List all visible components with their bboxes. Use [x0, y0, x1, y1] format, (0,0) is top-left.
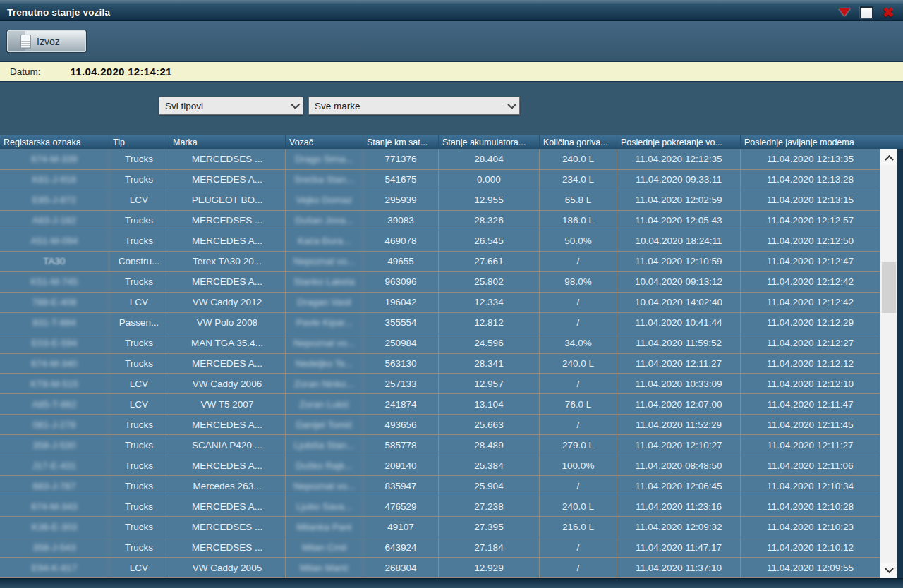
table-row[interactable]: A51-M-094TrucksMERCEDES A...Kaća Đura...… [0, 231, 880, 252]
cell-km: 39083 [363, 211, 439, 231]
cell-tip: Trucks [109, 170, 169, 190]
table-body-wrap: 674-M-339TrucksMERCEDSES ...Drago Sima..… [0, 149, 903, 578]
table-row[interactable]: K36-E-303TrucksMERCEDSES ...Milanka Pant… [0, 517, 880, 537]
vertical-scrollbar[interactable] [880, 149, 897, 578]
table-row[interactable]: KT8-M-515LCVVW Caddy 2006Zoran Ninko...2… [0, 374, 880, 394]
cell-modem: 11.04.2020 12:11:45 [741, 415, 880, 434]
cell-modem: 11.04.2020 12:11:06 [741, 455, 880, 475]
cell-tip: Trucks [109, 231, 169, 251]
table-row[interactable]: 674-M-343TrucksMERCEDES A...Ljubo Sava..… [0, 496, 880, 517]
export-button[interactable]: Izvoz [7, 30, 86, 52]
column-header-tip[interactable]: Tip [109, 135, 169, 149]
cell-vozac: Vejko Domaz [286, 190, 363, 210]
cell-aku: 12.334 [439, 293, 540, 312]
cell-modem: 11.04.2020 12:11:47 [741, 394, 880, 414]
cell-marka: MERCEDSES ... [169, 537, 286, 557]
cell-modem: 11.04.2020 12:10:12 [741, 537, 880, 557]
table-row[interactable]: K81-J-918TrucksMERCEDES A...Srećka Stan.… [0, 170, 880, 190]
cell-reg: 358-J-543 [0, 537, 109, 557]
table-row[interactable]: A85-T-862LCVVW T5 2007Zoran Lukić2418741… [0, 394, 880, 415]
cell-reg: E03-E-594 [0, 333, 109, 353]
column-header-reg[interactable]: Registarska oznaka [0, 135, 109, 149]
chevron-down-icon [507, 100, 516, 109]
cell-vozac: Nedeljko Te... [286, 354, 363, 374]
cell-pokretanje: 11.04.2020 12:07:00 [617, 394, 741, 414]
column-header-aku[interactable]: Stanje akumulatora... [439, 135, 540, 149]
cell-reg: K36-E-303 [0, 517, 109, 537]
cell-modem: 11.04.2020 12:13:28 [741, 170, 880, 190]
cell-gorivo: / [540, 476, 617, 496]
cell-reg: KT8-M-515 [0, 374, 109, 393]
cell-pokretanje: 11.04.2020 10:41:44 [617, 313, 741, 333]
brand-filter-dropdown[interactable]: Sve marke [308, 97, 520, 115]
table-row[interactable]: TA30Constru...Terex TA30 20...Nepoznat v… [0, 252, 880, 272]
cell-km: 209140 [363, 455, 439, 475]
toolbar: Izvoz [0, 21, 903, 62]
cell-modem: 11.04.2020 12:12:47 [741, 252, 880, 271]
table-row[interactable]: 831-T-884Passen...VW Polo 2008Pavle Kipa… [0, 313, 880, 333]
table-body: 674-M-339TrucksMERCEDSES ...Drago Sima..… [0, 149, 880, 578]
cell-marka: VW Polo 2008 [169, 313, 286, 333]
table-row[interactable]: 674-M-340TrucksMERCEDES A...Nedeljko Te.… [0, 354, 880, 374]
table-row[interactable]: 081-J-278TrucksMERCEDES A...Danijel Tomi… [0, 415, 880, 435]
cell-marka: MERCEDSES ... [169, 517, 286, 537]
cell-pokretanje: 11.04.2020 12:06:45 [617, 476, 741, 496]
column-header-modem[interactable]: Poslednje javljanje modema [741, 135, 880, 149]
cell-reg: E85-J-872 [0, 190, 109, 210]
minimize-icon[interactable] [837, 6, 852, 19]
table-row[interactable]: 674-M-339TrucksMERCEDSES ...Drago Sima..… [0, 149, 880, 170]
cell-vozac: Danijel Tomić [286, 415, 363, 434]
table-row[interactable]: E85-J-872LCVPEUGEOT BO...Vejko Domaz2959… [0, 190, 880, 211]
cell-km: 355554 [363, 313, 439, 333]
scroll-up-icon[interactable] [880, 149, 897, 165]
cell-marka: VW T5 2007 [169, 394, 286, 414]
table-row[interactable]: K51-M-745TrucksMERCEDES A...Stanko Laket… [0, 272, 880, 293]
cell-pokretanje: 11.04.2020 09:33:11 [617, 170, 741, 190]
table-row[interactable]: E94-K-817LCVVW Caddy 2005Milan Marić2683… [0, 558, 880, 578]
cell-tip: Trucks [109, 149, 169, 169]
table-row[interactable]: 788-E-408LCVVW Caddy 2012Dragan Vasil196… [0, 293, 880, 313]
cell-km: 469078 [363, 231, 439, 251]
cell-vozac: Ljubo Sava... [286, 496, 363, 516]
cell-tip: Trucks [109, 272, 169, 292]
cell-tip: Trucks [109, 455, 169, 475]
column-header-km[interactable]: Stanje km sat... [363, 135, 439, 149]
cell-pokretanje: 11.04.2020 11:59:52 [617, 333, 741, 353]
cell-gorivo: 76.0 L [540, 394, 617, 414]
cell-aku: 27.184 [439, 537, 540, 557]
type-filter-dropdown[interactable]: Svi tipovi [159, 97, 303, 115]
export-button-label: Izvoz [37, 36, 60, 47]
column-header-marka[interactable]: Marka [169, 135, 286, 149]
cell-marka: MERCEDES A... [169, 415, 286, 434]
table-row[interactable]: 358-J-530TrucksSCANIA P420 ...Ljubiša St… [0, 435, 880, 455]
cell-reg: E94-K-817 [0, 558, 109, 577]
cell-aku: 25.802 [439, 272, 540, 292]
scrollbar-thumb[interactable] [882, 262, 896, 313]
table-row[interactable]: J17-E-431TrucksMERCEDES A...Duško Rajk..… [0, 455, 880, 476]
column-header-pokretanje[interactable]: Poslednje pokretanje vo... [617, 135, 741, 149]
table-row[interactable]: E03-E-594TrucksMAN TGA 35.4...Nepoznat v… [0, 333, 880, 354]
table-row[interactable]: A83-J-182TrucksMERCEDSES ...Dušan Jova..… [0, 211, 880, 231]
cell-pokretanje: 11.04.2020 12:10:27 [617, 435, 741, 455]
cell-km: 295939 [363, 190, 439, 210]
cell-aku: 25.384 [439, 455, 540, 475]
cell-gorivo: 100.0% [540, 455, 617, 475]
cell-vozac: Duško Rajk... [286, 455, 363, 475]
scroll-down-icon[interactable] [880, 563, 897, 578]
cell-marka: MERCEDES A... [169, 455, 286, 475]
column-header-gorivo[interactable]: Količina goriva... [540, 135, 617, 149]
cell-aku: 25.663 [439, 415, 540, 434]
scrollbar-track[interactable] [880, 165, 897, 563]
close-icon[interactable]: ✖ [880, 6, 896, 19]
cell-modem: 11.04.2020 12:12:12 [741, 354, 880, 374]
table-row[interactable]: 358-J-543TrucksMERCEDSES ...Milan Cmil64… [0, 537, 880, 558]
restore-icon[interactable] [859, 6, 874, 19]
cell-vozac: Kaća Đura... [286, 231, 363, 251]
table-row[interactable]: 683-J-787TrucksMercedes 263...Nepoznat v… [0, 476, 880, 496]
cell-pokretanje: 10.04.2020 09:13:12 [617, 272, 741, 292]
table-header-row: Registarska oznakaTipMarkaVozačStanje km… [0, 135, 903, 149]
cell-gorivo: / [540, 558, 617, 577]
column-header-vozac[interactable]: Vozač [286, 135, 363, 149]
chevron-down-icon [291, 100, 300, 109]
cell-reg: 683-J-787 [0, 476, 109, 496]
